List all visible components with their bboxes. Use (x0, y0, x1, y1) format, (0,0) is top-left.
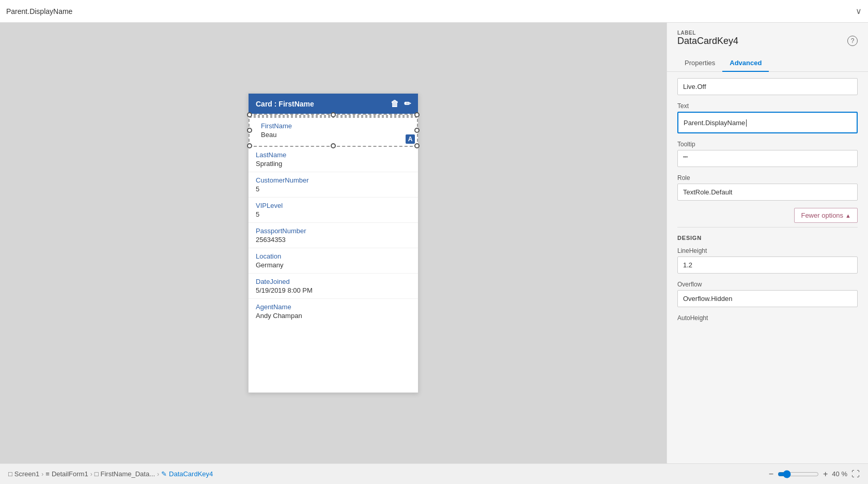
firstname-label: FirstName (261, 122, 406, 130)
auto-height-label: AutoHeight (677, 314, 858, 322)
card-field-datejoined: DateJoined 5/19/2019 8:00 PM (249, 274, 418, 299)
field-value: 5 (256, 185, 411, 193)
card-header: Card : FirstName 🗑 ✏ (249, 94, 418, 114)
breadcrumb-firstname-data[interactable]: □ FirstName_Data... (95, 470, 155, 478)
field-value: 5 (256, 210, 411, 218)
zoom-slider[interactable] (778, 470, 819, 478)
formula-chevron-icon[interactable]: ∨ (856, 6, 862, 16)
text-input-container[interactable]: Parent.DisplayName (677, 112, 858, 133)
role-input[interactable]: TextRole.Default (677, 184, 858, 201)
panel-title: DataCardKey4 (677, 36, 749, 52)
bottom-bar: □ Screen1 › ≡ DetailForm1 › □ FirstName_… (0, 463, 868, 484)
field-value: Germany (256, 261, 411, 269)
text-type-indicator: A (406, 134, 415, 144)
main-area: Card : FirstName 🗑 ✏ (0, 23, 868, 463)
panel-label: LABEL (677, 30, 749, 36)
fewer-options-button[interactable]: Fewer options ▲ (794, 208, 858, 223)
selected-field-firstname[interactable]: FirstName Beau A (249, 114, 418, 147)
card-field-location: Location Germany (249, 248, 418, 274)
text-section-row: Text Parent.DisplayName (677, 102, 858, 133)
card-field-lastname: LastName Spratling (249, 147, 418, 172)
tooltip-input[interactable]: "" (677, 150, 858, 167)
tooltip-label: Tooltip (677, 141, 858, 148)
design-section-title: DESIGN (677, 235, 858, 241)
role-label: Role (677, 174, 858, 182)
card-field-viplevel: VIPLevel 5 (249, 198, 418, 223)
cursor (746, 119, 747, 127)
firstname-data-label: FirstName_Data... (101, 470, 155, 478)
datacardkey4-icon: ✎ (161, 470, 167, 478)
fewer-options-row: Fewer options ▲ (677, 208, 858, 223)
line-height-label: LineHeight (677, 247, 858, 254)
line-height-row: LineHeight 1.2 (677, 247, 858, 274)
sep2: › (90, 471, 92, 478)
tab-advanced[interactable]: Advanced (722, 55, 769, 72)
detailform-icon: ≡ (45, 470, 50, 478)
firstname-value: Beau (261, 131, 406, 139)
field-label: DateJoined (256, 278, 411, 285)
detailform-label: DetailForm1 (52, 470, 88, 478)
live-off-input[interactable]: Live.Off (677, 78, 858, 95)
right-panel: LABEL DataCardKey4 ? Properties Advanced… (667, 23, 868, 463)
live-off-row: Live.Off (677, 78, 858, 95)
screen1-label: Screen1 (14, 470, 39, 478)
firstname-data-icon: □ (95, 470, 99, 478)
breadcrumb: □ Screen1 › ≡ DetailForm1 › □ FirstName_… (8, 470, 213, 478)
field-value: Spratling (256, 160, 411, 168)
section-divider (677, 227, 858, 228)
delete-icon[interactable]: 🗑 (391, 99, 399, 109)
field-value: 5/19/2019 8:00 PM (256, 286, 411, 294)
text-value: Parent.DisplayName (684, 119, 745, 127)
role-row: Role TextRole.Default (677, 174, 858, 201)
field-value: 25634353 (256, 236, 411, 244)
panel-content: Live.Off Text Parent.DisplayName Tooltip… (667, 72, 868, 463)
zoom-value: 40 % (832, 470, 847, 478)
fewer-options-chevron-icon: ▲ (845, 213, 851, 219)
field-label: LastName (256, 151, 411, 159)
formula-bar: Parent.DisplayName ∨ (0, 0, 868, 23)
breadcrumb-screen1[interactable]: □ Screen1 (8, 470, 39, 478)
card-fields: LastName Spratling CustomerNumber 5 VIPL… (249, 147, 418, 324)
field-label: VIPLevel (256, 202, 411, 209)
line-height-input[interactable]: 1.2 (677, 256, 858, 274)
handle-ml[interactable] (247, 128, 252, 133)
zoom-controls: − + 40 % ⛶ (769, 470, 860, 479)
field-label: CustomerNumber (256, 176, 411, 184)
overflow-label: Overflow (677, 281, 858, 288)
card-title: Card : FirstName (256, 100, 314, 108)
panel-tabs: Properties Advanced (667, 55, 868, 72)
zoom-minus-button[interactable]: − (769, 470, 773, 479)
zoom-plus-button[interactable]: + (823, 470, 828, 479)
tooltip-row: Tooltip "" (677, 141, 858, 167)
card-field-passportnumber: PassportNumber 25634353 (249, 223, 418, 248)
datacardkey4-label: DataCardKey4 (169, 470, 213, 478)
edit-icon[interactable]: ✏ (404, 99, 411, 109)
overflow-row: Overflow Overflow.Hidden (677, 281, 858, 307)
breadcrumb-datacardkey4[interactable]: ✎ DataCardKey4 (161, 470, 213, 478)
sep3: › (157, 471, 159, 478)
screen1-icon: □ (8, 470, 12, 478)
formula-text[interactable]: Parent.DisplayName (6, 7, 851, 16)
card-header-actions: 🗑 ✏ (391, 99, 411, 109)
help-icon[interactable]: ? (847, 36, 858, 46)
card-widget: Card : FirstName 🗑 ✏ (248, 93, 419, 393)
breadcrumb-detailform[interactable]: ≡ DetailForm1 (45, 470, 88, 478)
fewer-options-label: Fewer options (801, 211, 843, 219)
tab-properties[interactable]: Properties (677, 55, 722, 72)
sep1: › (41, 471, 43, 478)
field-label: PassportNumber (256, 227, 411, 235)
field-value: Andy Champan (256, 312, 411, 320)
card-field-agentname: AgentName Andy Champan (249, 299, 418, 324)
handle-mr[interactable] (414, 128, 420, 133)
field-label: AgentName (256, 303, 411, 311)
auto-height-row: AutoHeight (677, 314, 858, 322)
overflow-input[interactable]: Overflow.Hidden (677, 290, 858, 307)
field-label: Location (256, 252, 411, 260)
expand-icon[interactable]: ⛶ (851, 470, 860, 479)
canvas-area[interactable]: Card : FirstName 🗑 ✏ (0, 23, 667, 463)
card-field-customernumber: CustomerNumber 5 (249, 172, 418, 198)
panel-header: LABEL DataCardKey4 ? (667, 23, 868, 55)
text-label: Text (677, 102, 858, 110)
